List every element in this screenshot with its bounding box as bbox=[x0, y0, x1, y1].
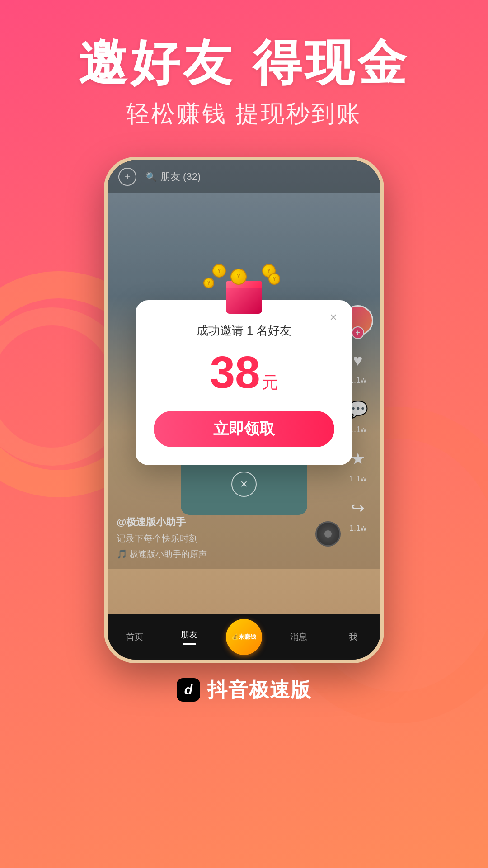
main-title: 邀好友 得现金 bbox=[0, 36, 488, 90]
nav-messages[interactable]: 消息 bbox=[271, 631, 326, 643]
reward-modal: ¥ ¥ ¥ ¥ ¥ × 成功邀请 1 名好友 38元 bbox=[136, 300, 352, 465]
header-section: 邀好友 得现金 轻松赚钱 提现秒到账 bbox=[0, 0, 488, 130]
modal-close-button[interactable]: × bbox=[325, 309, 342, 326]
nav-profile[interactable]: 我 bbox=[326, 631, 380, 643]
modal-subtitle: 成功邀请 1 名好友 bbox=[154, 323, 334, 339]
bottom-navigation: 首页 朋友 💰 来赚钱 消息 我 bbox=[108, 614, 380, 660]
nav-profile-label: 我 bbox=[349, 631, 357, 643]
modal-coins-decoration: ¥ ¥ ¥ ¥ ¥ bbox=[199, 264, 289, 314]
gift-box bbox=[226, 287, 262, 314]
coin-2: ¥ bbox=[230, 269, 247, 285]
nav-home-label: 首页 bbox=[126, 631, 143, 643]
nav-friends-label: 朋友 bbox=[181, 629, 198, 641]
nav-active-indicator bbox=[183, 643, 196, 645]
reward-amount-section: 38元 bbox=[154, 349, 334, 395]
phone-mockup: + 🔍 朋友 (32) ♥ 1.1w 💬 1.1w bbox=[104, 157, 384, 663]
reward-number: 38 bbox=[210, 347, 260, 397]
phone-wrapper: + 🔍 朋友 (32) ♥ 1.1w 💬 1.1w bbox=[0, 157, 488, 663]
nav-home[interactable]: 首页 bbox=[108, 631, 162, 643]
dismiss-modal-button[interactable]: × bbox=[231, 472, 257, 497]
coin-4: ¥ bbox=[203, 278, 214, 288]
app-branding: 抖音极速版 bbox=[0, 663, 488, 712]
sub-title: 轻松赚钱 提现秒到账 bbox=[0, 98, 488, 130]
earn-badge-icon: 💰 bbox=[231, 633, 239, 641]
nav-friends[interactable]: 朋友 bbox=[162, 629, 217, 645]
tiktok-logo bbox=[177, 678, 200, 702]
coins-container: ¥ ¥ ¥ ¥ ¥ bbox=[199, 264, 289, 314]
coin-1: ¥ bbox=[212, 264, 226, 278]
reward-unit: 元 bbox=[262, 373, 278, 392]
coin-5: ¥ bbox=[268, 273, 280, 285]
earn-badge: 💰 来赚钱 bbox=[226, 619, 262, 655]
modal-overlay: ¥ ¥ ¥ ¥ ¥ × 成功邀请 1 名好友 38元 bbox=[108, 160, 380, 569]
claim-reward-button[interactable]: 立即领取 bbox=[154, 411, 334, 447]
app-name-label: 抖音极速版 bbox=[207, 677, 311, 703]
earn-badge-text: 来赚钱 bbox=[239, 633, 256, 641]
phone-screen: + 🔍 朋友 (32) ♥ 1.1w 💬 1.1w bbox=[108, 160, 380, 614]
nav-messages-label: 消息 bbox=[290, 631, 307, 643]
